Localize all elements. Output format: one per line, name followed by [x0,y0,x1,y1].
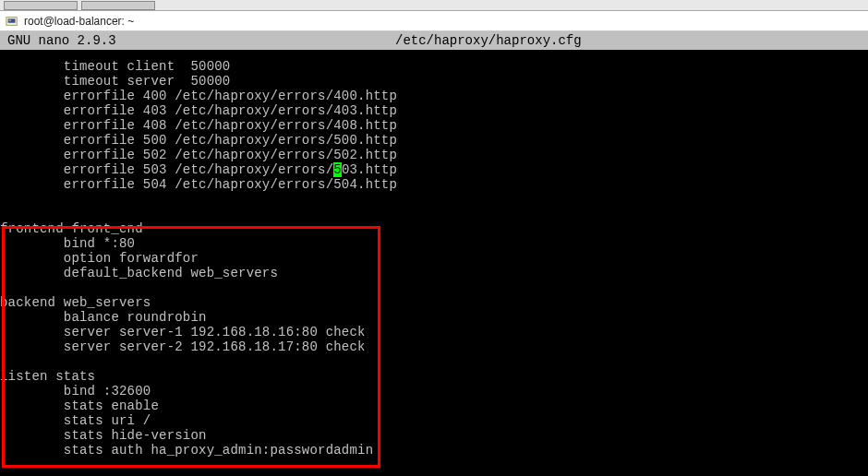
config-line: backend web_servers [0,295,868,310]
config-line: stats hide-version [0,428,868,443]
config-line: errorfile 502 /etc/haproxy/errors/502.ht… [0,148,868,162]
config-line: option forwardfor [0,251,868,266]
editor-name-version: GNU nano 2.9.3 [7,33,116,48]
config-line [0,192,868,207]
config-line: stats auth ha_proxy_admin:passwordadmin [0,443,868,458]
browser-tab [81,1,155,10]
config-line: balance roundrobin [0,310,868,325]
config-line: listen stats [0,369,868,384]
terminal-area[interactable]: timeout client 50000 timeout server 5000… [0,50,868,476]
config-line: bind *:80 [0,236,868,251]
config-line: timeout server 50000 [0,74,868,89]
config-line [0,354,868,369]
config-line: frontend front_end [0,221,868,236]
config-line: stats enable [0,399,868,413]
config-line: timeout client 50000 [0,59,868,74]
config-line: errorfile 500 /etc/haproxy/errors/500.ht… [0,133,868,148]
config-line [0,207,868,221]
config-line: errorfile 408 /etc/haproxy/errors/408.ht… [0,118,868,133]
config-line: errorfile 504 /etc/haproxy/errors/504.ht… [0,177,868,192]
config-line: errorfile 403 /etc/haproxy/errors/403.ht… [0,103,868,118]
config-line-cursor: errorfile 503 /etc/haproxy/errors/503.ht… [0,162,868,177]
config-line: errorfile 400 /etc/haproxy/errors/400.ht… [0,89,868,103]
window-title-bar: root@load-balancer: ~ [0,11,868,31]
browser-tab-strip [0,0,868,11]
config-line: server server-2 192.168.18.17:80 check [0,339,868,354]
config-line [0,280,868,295]
browser-tab [4,1,78,10]
config-line: default_backend web_servers [0,266,868,280]
putty-icon [6,15,18,28]
config-line: bind :32600 [0,384,868,399]
config-line: stats uri / [0,413,868,428]
cursor: 5 [333,162,342,177]
editor-filepath: /etc/haproxy/haproxy.cfg [395,33,582,48]
editor-header: GNU nano 2.9.3 /etc/haproxy/haproxy.cfg [0,31,868,50]
window-title: root@load-balancer: ~ [24,15,134,28]
config-line: server server-1 192.168.18.16:80 check [0,325,868,339]
